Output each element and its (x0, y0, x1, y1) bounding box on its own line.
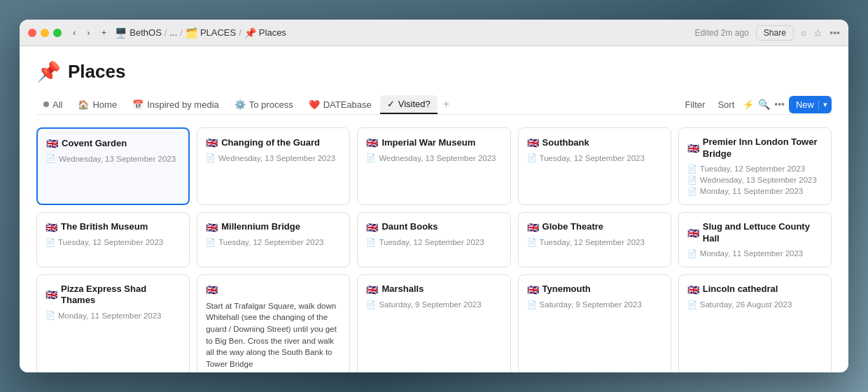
new-button[interactable]: New ▾ (789, 96, 832, 113)
star-icon[interactable]: ☆ (813, 27, 822, 38)
card-description: Start at Trafalgar Square, walk down Whi… (206, 300, 341, 370)
minimize-button[interactable] (41, 29, 49, 37)
card-daunt-books[interactable]: 🇬🇧 Daunt Books 📄 Tuesday, 12 September 2… (357, 212, 510, 267)
tab-all[interactable]: All (36, 96, 69, 113)
card-date: 📄 Saturday, 26 August 2023 (687, 300, 822, 309)
card-date: 📄 Wednesday, 13 September 2023 (46, 154, 180, 163)
doc-icon: 📄 (46, 154, 56, 163)
tab-dateabase[interactable]: ❤️ DATEabase (302, 96, 379, 113)
toolbar-more-icon[interactable]: ••• (774, 99, 785, 110)
maximize-button[interactable] (53, 29, 62, 37)
card-title: 🇬🇧 Lincoln cathedral (687, 284, 822, 296)
calendar-icon: 📅 (132, 99, 144, 110)
home-icon: 🏠 (78, 99, 89, 110)
card-date-3: 📄 Monday, 11 September 2023 (687, 187, 822, 196)
doc-icon: 📄 (366, 300, 376, 309)
doc-icon: 📄 (527, 238, 537, 247)
tab-visited[interactable]: ✓ Visited? (380, 95, 438, 114)
flag-icon: 🇬🇧 (366, 221, 378, 234)
content-area: 📌 Places All 🏠 Home 📅 Inspired by media … (20, 46, 848, 372)
main-window: ‹ › + 🖥️ BethOS / ... / 🗂️ PLACES / 📌 Pl… (20, 20, 848, 372)
flag-icon: 🇬🇧 (527, 136, 539, 149)
card-globe-theatre[interactable]: 🇬🇧 Globe Theatre 📄 Tuesday, 12 September… (518, 212, 671, 267)
add-tab-button[interactable]: + (439, 94, 454, 114)
heart-icon: ❤️ (309, 99, 320, 110)
traffic-lights (28, 29, 62, 37)
doc-icon: 📄 (366, 238, 376, 247)
page-title: Places (68, 61, 125, 83)
title-bar: ‹ › + 🖥️ BethOS / ... / 🗂️ PLACES / 📌 Pl… (20, 20, 848, 46)
flag-icon: 🇬🇧 (687, 142, 699, 155)
filter-button[interactable]: Filter (681, 97, 710, 113)
tab-to-process[interactable]: ⚙️ To process (227, 96, 300, 113)
card-date: 📄 Wednesday, 13 September 2023 (366, 153, 501, 162)
card-title: 🇬🇧 (206, 284, 341, 296)
card-imperial-war[interactable]: 🇬🇧 Imperial War Museum 📄 Wednesday, 13 S… (357, 127, 510, 205)
card-date: 📄 Tuesday, 12 September 2023 (527, 238, 662, 247)
nav-forward-button[interactable]: › (84, 26, 92, 39)
tab-home-label: Home (92, 99, 117, 110)
doc-icon: 📄 (687, 249, 697, 258)
card-title: 🇬🇧 Slug and Lettuce County Hall (687, 221, 822, 245)
nav-back-button[interactable]: ‹ (70, 26, 78, 39)
breadcrumb-places[interactable]: Places (259, 27, 286, 38)
card-covent-garden[interactable]: 🇬🇧 Covent Garden 📄 Wednesday, 13 Septemb… (36, 127, 190, 205)
flag-icon: 🇬🇧 (206, 221, 218, 234)
card-premier-inn[interactable]: 🇬🇧 Premier Inn London Tower Bridge 📄 Tue… (678, 127, 832, 205)
sort-button[interactable]: Sort (713, 97, 738, 113)
flag-icon: 🇬🇧 (687, 284, 699, 296)
tabs-bar: All 🏠 Home 📅 Inspired by media ⚙️ To pro… (36, 94, 832, 115)
flag-icon: 🇬🇧 (206, 136, 218, 149)
gear-icon: ⚙️ (234, 99, 246, 110)
card-southbank[interactable]: 🇬🇧 Southbank 📄 Tuesday, 12 September 202… (518, 127, 671, 205)
circle-icon[interactable]: ○ (801, 27, 806, 38)
new-button-label: New (796, 99, 818, 110)
more-options-icon[interactable]: ••• (830, 27, 840, 38)
card-date: 📄 Saturday, 9 September 2023 (366, 300, 501, 309)
search-icon[interactable]: 🔍 (758, 99, 770, 110)
all-dot-icon (43, 102, 49, 107)
tab-all-label: All (52, 99, 62, 110)
tab-inspired[interactable]: 📅 Inspired by media (125, 96, 226, 113)
tab-home[interactable]: 🏠 Home (71, 96, 124, 113)
card-lincoln-cathedral[interactable]: 🇬🇧 Lincoln cathedral 📄 Saturday, 26 Augu… (678, 274, 832, 372)
card-date: 📄 Saturday, 9 September 2023 (527, 300, 662, 309)
flag-icon: 🇬🇧 (206, 284, 218, 296)
close-button[interactable] (28, 29, 36, 37)
card-date: 📄 Wednesday, 13 September 2023 (206, 153, 341, 162)
card-marshalls[interactable]: 🇬🇧 Marshalls 📄 Saturday, 9 September 202… (357, 274, 510, 372)
flag-icon: 🇬🇧 (527, 284, 539, 296)
card-slug-lettuce[interactable]: 🇬🇧 Slug and Lettuce County Hall 📄 Monday… (678, 212, 832, 267)
places-folder-icon: 🗂️ (186, 27, 197, 38)
doc-icon: 📄 (206, 238, 216, 247)
card-date: 📄 Monday, 11 September 2023 (687, 249, 822, 258)
tab-to-process-label: To process (249, 99, 293, 110)
breadcrumb-places-folder[interactable]: PLACES (200, 27, 236, 38)
card-pizza-express[interactable]: 🇬🇧 Pizza Express Shad Thames 📄 Monday, 1… (36, 274, 190, 372)
doc-icon: 📄 (46, 311, 55, 320)
title-bar-right: Edited 2m ago Share ○ ☆ ••• (694, 25, 840, 41)
card-trafalgar[interactable]: 🇬🇧 Start at Trafalgar Square, walk down … (197, 274, 350, 372)
card-title: 🇬🇧 Millennium Bridge (206, 221, 341, 234)
new-button-caret[interactable]: ▾ (818, 100, 832, 109)
flag-icon: 🇬🇧 (527, 221, 539, 234)
doc-icon: 📄 (206, 153, 216, 162)
edited-text: Edited 2m ago (694, 28, 748, 38)
doc-icon: 📄 (687, 187, 697, 196)
card-changing-guard[interactable]: 🇬🇧 Changing of the Guard 📄 Wednesday, 13… (197, 127, 350, 205)
breadcrumb-bethos[interactable]: BethOS (130, 27, 162, 38)
breadcrumb-ellipsis[interactable]: ... (169, 27, 177, 38)
card-tynemouth[interactable]: 🇬🇧 Tynemouth 📄 Saturday, 9 September 202… (518, 274, 671, 372)
card-british-museum[interactable]: 🇬🇧 The British Museum 📄 Tuesday, 12 Sept… (36, 212, 190, 267)
bolt-icon[interactable]: ⚡ (743, 99, 754, 110)
nav-add-button[interactable]: + (99, 26, 110, 39)
card-millennium-bridge[interactable]: 🇬🇧 Millennium Bridge 📄 Tuesday, 12 Septe… (197, 212, 350, 267)
card-title: 🇬🇧 Marshalls (366, 284, 501, 296)
tabs-toolbar: Filter Sort ⚡ 🔍 ••• New ▾ (681, 96, 832, 113)
share-button[interactable]: Share (756, 25, 794, 41)
card-title: 🇬🇧 Changing of the Guard (206, 136, 341, 149)
flag-icon: 🇬🇧 (46, 221, 57, 234)
tab-dateabase-label: DATEabase (323, 99, 372, 110)
card-title: 🇬🇧 Pizza Express Shad Thames (46, 284, 181, 307)
card-title: 🇬🇧 Premier Inn London Tower Bridge (687, 136, 822, 160)
